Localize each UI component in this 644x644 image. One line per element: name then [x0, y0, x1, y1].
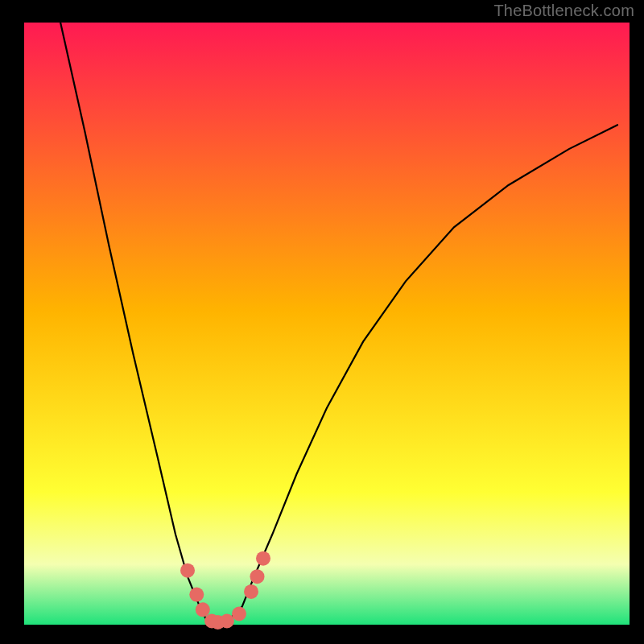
marker-dot — [256, 551, 270, 566]
plot-background — [24, 23, 630, 625]
chart-container: TheBottleneck.com — [0, 0, 644, 644]
marker-dot — [180, 564, 195, 578]
marker-dot — [196, 602, 210, 617]
marker-dot — [244, 584, 258, 599]
marker-dot — [232, 607, 246, 621]
watermark-text: TheBottleneck.com — [493, 2, 634, 20]
marker-dot — [220, 614, 234, 629]
marker-dot — [250, 569, 265, 584]
bottleneck-chart — [0, 0, 644, 644]
marker-dot — [189, 588, 204, 602]
